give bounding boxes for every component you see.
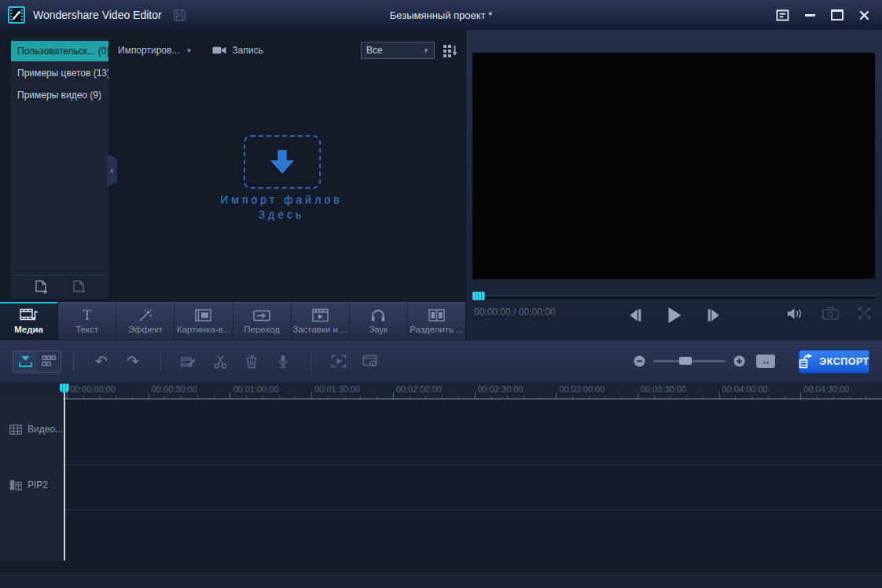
import-dropdown-label: Импортиров... [118, 45, 179, 56]
tab-text[interactable]: T Текст [58, 303, 116, 340]
tab-label: Медиа [14, 325, 43, 334]
toolbar-separator [311, 352, 311, 371]
timeline-hscrollbar[interactable] [0, 571, 882, 588]
tab-transition[interactable]: Переход [233, 303, 292, 340]
sidebar-collapse-handle[interactable]: ‹ [107, 154, 117, 187]
save-project-icon[interactable] [173, 9, 186, 22]
zoom-fit-button[interactable]: ↔ [756, 355, 775, 368]
tab-label: Звук [369, 325, 388, 334]
tab-sound[interactable]: Звук [350, 303, 408, 340]
split-screen-icon [428, 308, 445, 322]
ruler-tick [800, 392, 801, 399]
feedback-icon[interactable] [776, 9, 789, 21]
ruler-label: 00:01:30:00 [314, 384, 360, 394]
remove-album-icon[interactable] [72, 280, 86, 295]
export-label: ЭКСПОРТ [819, 356, 869, 367]
ruler-label: 00:00:30:00 [152, 384, 197, 394]
tab-intro-credit[interactable]: Заставки и ... [292, 303, 350, 340]
tab-media[interactable]: Медиа [0, 303, 58, 340]
sidebar-item[interactable]: Примеры видео (9) [11, 85, 108, 105]
seek-bar[interactable] [472, 296, 875, 299]
scene-detect-button[interactable] [328, 351, 350, 372]
toolbar-separator [160, 352, 161, 371]
delete-trash-button[interactable] [241, 351, 263, 372]
tab-label: Текст [75, 325, 98, 334]
undo-button[interactable]: ↶ [90, 351, 112, 372]
fullscreen-icon[interactable] [858, 307, 871, 320]
ruler-tick [638, 392, 638, 399]
filter-select[interactable]: Все ▼ [361, 42, 435, 59]
track-header-column: Видео... PIP2 [0, 399, 64, 560]
timeline-track-audio[interactable] [63, 510, 882, 561]
browser-settings-button[interactable] [359, 351, 381, 372]
edit-clip-button[interactable] [178, 351, 200, 372]
category-tabbar: Медиа T Текст Эффект Картинка-в... [0, 302, 465, 340]
record-button[interactable]: Запись [212, 45, 263, 56]
timeline-track-video[interactable] [63, 399, 882, 465]
volume-icon[interactable] [787, 307, 803, 320]
tab-effect[interactable]: Эффект [116, 303, 175, 340]
close-button[interactable] [859, 10, 869, 20]
add-album-icon[interactable] [35, 280, 48, 295]
ruler-tick [149, 392, 149, 399]
tab-picture-in-picture[interactable]: Картинка-в... [175, 303, 233, 340]
transport-controls [627, 307, 721, 324]
tab-label: Эффект [128, 325, 163, 334]
preview-secondary-controls [787, 307, 871, 320]
track-label: Видео... [28, 424, 63, 435]
voiceover-mic-button[interactable] [272, 351, 294, 372]
cut-scissors-button[interactable] [209, 351, 231, 372]
timeline-ruler[interactable]: 00:00:00:0000:00:30:0000:01:00:0000:01:3… [0, 382, 882, 399]
zoom-out-icon[interactable] [634, 355, 645, 367]
ruler-tick [393, 392, 394, 399]
ruler-tick [719, 392, 720, 399]
timeline-view-button[interactable] [13, 351, 37, 372]
timeline-ruler-scale: 00:00:00:0000:00:30:0000:01:00:0000:01:3… [63, 382, 882, 399]
next-frame-button[interactable] [706, 308, 721, 322]
sort-view-icon[interactable] [443, 44, 458, 57]
media-library-panel: Пользовательск... (0)Примеры цветов (13)… [0, 30, 465, 302]
minimize-button[interactable] [805, 14, 815, 17]
redo-button[interactable]: ↷ [122, 351, 144, 372]
tab-label: Переход [244, 325, 280, 334]
app-logo-icon [8, 6, 25, 24]
zoom-in-icon[interactable] [733, 355, 745, 367]
ruler-label: 00:02:30:00 [478, 384, 524, 394]
ruler-tick [311, 392, 312, 399]
maximize-button[interactable] [831, 9, 843, 20]
record-label: Запись [232, 45, 263, 56]
zoom-slider-handle[interactable] [679, 357, 692, 365]
snapshot-camera-icon[interactable] [822, 307, 839, 320]
sidebar-item[interactable]: Примеры цветов (13) [11, 63, 108, 83]
video-track-icon [9, 424, 22, 435]
magic-wand-icon [138, 308, 153, 322]
timeline-tracks-area[interactable] [63, 399, 882, 560]
media-film-note-icon [20, 308, 38, 322]
previous-frame-button[interactable] [627, 308, 642, 322]
ruler-label: 00:04:30:00 [803, 384, 849, 394]
undo-icon: ↶ [95, 354, 108, 369]
sidebar-item[interactable]: Пользовательск... (0) [11, 41, 108, 61]
media-sidebar: Пользовательск... (0)Примеры цветов (13)… [11, 38, 108, 299]
track-header-video[interactable]: Видео... [9, 424, 63, 435]
storyboard-view-button[interactable] [37, 351, 61, 372]
sidebar-list: Пользовательск... (0)Примеры цветов (13)… [11, 38, 108, 105]
seek-handle[interactable] [472, 292, 485, 300]
timeline-track-pip2[interactable] [63, 465, 882, 509]
ruler-label: 00:00:00:00 [70, 384, 116, 394]
playhead-line[interactable] [64, 384, 65, 560]
tab-label: Картинка-в... [177, 325, 230, 334]
track-header-pip2[interactable]: PIP2 [9, 480, 48, 491]
ruler-label: 00:01:00:00 [233, 384, 278, 394]
import-drop-zone[interactable] [244, 135, 321, 189]
ruler-label: 00:03:00:00 [559, 384, 605, 394]
export-button[interactable]: ЭКСПОРТ [799, 350, 869, 373]
import-hint-line2: Здесь [164, 208, 399, 222]
import-dropdown[interactable]: Импортиров... ▼ [118, 45, 192, 56]
edit-toolbar: ↶ ↷ [0, 340, 882, 382]
play-button[interactable] [666, 307, 682, 324]
collapse-chevron-icon: ‹ [111, 165, 114, 176]
timeline-zoom-slider[interactable] [653, 360, 726, 362]
track-label: PIP2 [28, 480, 48, 491]
tab-split-screen[interactable]: Разделить ... [408, 303, 465, 340]
